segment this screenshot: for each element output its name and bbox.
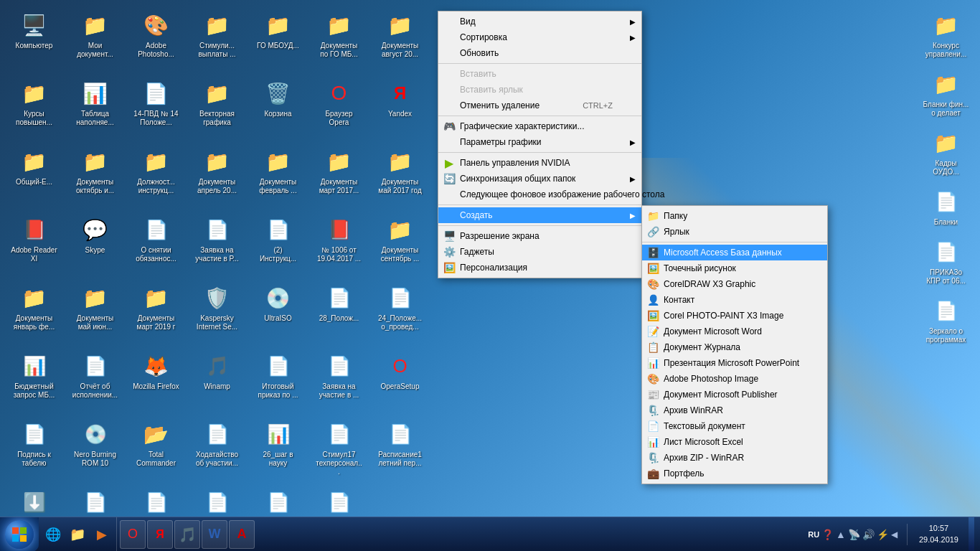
menu-item-vstavit-yarlyk[interactable]: Вставить ярлык [438, 82, 641, 98]
icon-itog-prik[interactable]: 📄 Итоговый приказ по ... [251, 348, 305, 413]
submenu-yarlyk[interactable]: 🔗 Ярлык [642, 224, 827, 240]
submenu-zip[interactable]: 🗜️ Архив ZIP - WinRAR [642, 450, 827, 466]
icon-obschiy[interactable]: 📁 Общий-Е... [7, 143, 61, 208]
icon-recycle[interactable]: 🗑️ Корзина [251, 75, 305, 140]
icon-firefox[interactable]: 🦊 Mozilla Firefox [129, 348, 183, 413]
menu-item-sinhr[interactable]: 🔄 Синхронизация общих папок ▶ [438, 171, 641, 187]
icon-kaspersky[interactable]: 🛡️ Kaspersky Internet Se... [190, 280, 244, 344]
menu-item-sozdat[interactable]: Создать ▶ 📁 Папку 🔗 Ярлык 🗄️ Microsoft A… [438, 207, 641, 223]
icon-zayvka-word[interactable]: 📄 Заявка на участие в ... [312, 348, 366, 413]
icon-ultraiso[interactable]: 💿 UltraISO [251, 280, 305, 344]
icon-acrobat[interactable]: 📕 Adobe Reader XI [7, 212, 61, 276]
icon-courses[interactable]: 📁 Курсы повышен... [7, 75, 61, 140]
icon-docs-feb[interactable]: 📁 Документы февраль ... [251, 143, 305, 208]
icon-instrukc[interactable]: 📄 (2) Инструкц... [251, 212, 305, 276]
menu-item-obnovit[interactable]: Обновить [438, 45, 641, 61]
icon-winamp[interactable]: 🎵 Winamp [190, 348, 244, 413]
icon-otchet[interactable]: 📄 Отчёт об исполнении... [68, 348, 122, 413]
explorer-quicklaunch[interactable]: 📁 [66, 523, 89, 546]
icon-stimuli[interactable]: 📁 Стимули... выплаты ... [190, 7, 244, 72]
menu-item-razreshenie[interactable]: 🖥️ Разрешение экрана [438, 228, 641, 244]
icon-skype[interactable]: 💬 Skype [68, 212, 122, 276]
icon-total-commander[interactable]: 📂 Total Commander [129, 416, 183, 481]
icon-vector[interactable]: 📁 Векторная графика [190, 75, 244, 140]
submenu-access[interactable]: 🗄️ Microsoft Access База данных [642, 245, 827, 260]
power-icon[interactable]: ⚡ [877, 529, 889, 540]
icon-docs-mar17[interactable]: 📁 Документы март 2017... [312, 143, 366, 208]
menu-item-nvidia[interactable]: ▶ Панель управления NVIDIA [438, 155, 641, 171]
media-quicklaunch[interactable]: ▶ [90, 523, 113, 546]
icon-konkurs[interactable]: 📁 Конкурс управлени... [919, 7, 973, 62]
start-button[interactable] [0, 517, 39, 552]
taskbar-opera[interactable]: O [120, 520, 146, 549]
icon-budget[interactable]: 📊 Бюджетный запрос МБ... [7, 348, 61, 413]
icon-opera[interactable]: O Браузер Opera [312, 75, 366, 140]
icon-stimul17[interactable]: 📄 Стимул17 техперсонал... [312, 416, 366, 481]
menu-item-sortirovka[interactable]: Сортировка ▶ [438, 29, 641, 45]
icon-docs-sep[interactable]: 📁 Документы сентябрь ... [373, 212, 427, 276]
icon-docs-aug[interactable]: 📁 Документы август 20... [373, 7, 427, 72]
icon-duties[interactable]: 📁 Должност... инструкц... [129, 143, 183, 208]
icon-docs-oct[interactable]: 📁 Документы октябрь и... [68, 143, 122, 208]
icon-material[interactable]: 📄 Материал... помощь р... [251, 484, 305, 517]
volume-icon[interactable]: 🔊 [862, 529, 875, 540]
submenu-powerpoint[interactable]: 📊 Презентация Microsoft PowerPoint [642, 355, 827, 371]
lang-indicator[interactable]: RU [808, 530, 819, 539]
submenu-winrar[interactable]: 🗜️ Архив WinRAR [642, 402, 827, 418]
icon-blanki[interactable]: 📄 Бланки [919, 184, 973, 230]
icon-my-docs[interactable]: 📁 Мои документ... [68, 7, 122, 72]
taskbar-yandex[interactable]: Я [147, 520, 173, 549]
submenu-kontakt[interactable]: 👤 Контакт [642, 292, 827, 308]
icon-zerkalo[interactable]: 📄 Зеркало о программах [919, 293, 973, 348]
submenu-papku[interactable]: 📁 Папку [642, 208, 827, 224]
icon-go-mboud[interactable]: 📁 ГО МБОУД... [251, 7, 305, 72]
icon-yandex[interactable]: Я Yandex [373, 75, 427, 140]
icon-docs-apr[interactable]: 📁 Документы апрель 20... [190, 143, 244, 208]
menu-item-personalizatsia[interactable]: 🖼️ Персонализация [438, 260, 641, 276]
submenu-portfel[interactable]: 💼 Портфель [642, 466, 827, 481]
icon-order1006[interactable]: 📕 № 1006 от 19.04.2017 ... [312, 212, 366, 276]
icon-obligations[interactable]: 📄 О снятии обязаннос... [129, 212, 183, 276]
icon-26shag[interactable]: 📊 26_шаг в науку [251, 416, 305, 481]
icon-34polozh[interactable]: 📄 34_положе... [190, 484, 244, 517]
menu-item-graficheskie[interactable]: 🎮 Графические характеристики... [438, 118, 641, 134]
icon-docs-may17[interactable]: 📁 Документы май 2017 год [373, 143, 427, 208]
menu-item-otmenit[interactable]: Отменить удаление CTRL+Z [438, 98, 641, 113]
menu-item-parametry[interactable]: Параметры графики ▶ [438, 134, 641, 150]
taskbar-word[interactable]: W [202, 520, 227, 549]
ie-quicklaunch[interactable]: 🌐 [42, 523, 65, 546]
icon-operasetup[interactable]: O OperaSetup [373, 348, 427, 413]
submenu-text[interactable]: 📄 Текстовый документ [642, 418, 827, 434]
icon-pismo-sv[interactable]: 📄 Письмо СВ Загребель... [68, 484, 122, 517]
icon-nero[interactable]: 💿 Nero Burning ROM 10 [68, 416, 122, 481]
icon-table[interactable]: 📊 Таблица наполняе... [68, 75, 122, 140]
icon-28polozh[interactable]: 📄 28_Полож... [312, 280, 366, 344]
help-icon[interactable]: ❓ [821, 529, 834, 540]
icon-zayvka3[interactable]: 📄 Заявка на участие в Р... [312, 484, 366, 517]
icon-24polozh[interactable]: 📄 24_Положе... о_провед... [373, 280, 427, 344]
icon-blanki-fin[interactable]: 📁 Бланки фин... о делает [919, 66, 973, 121]
icon-prikaz-kpr[interactable]: 📄 ПРИКАЗо КПР от 06... [919, 234, 973, 289]
submenu-tochechny[interactable]: 🖼️ Точечный рисунок [642, 260, 827, 276]
menu-item-gadzhety[interactable]: ⚙️ Гаджеты [438, 244, 641, 260]
expand-tray-icon[interactable]: ▲ [836, 529, 846, 540]
icon-zayvka-r[interactable]: 📄 Заявка на участие в Р... [190, 212, 244, 276]
icon-photoshop[interactable]: 🎨 Adobe Photosho... [129, 7, 183, 72]
icon-raspisanie[interactable]: 📄 Расписание1 летний пер... [373, 416, 427, 481]
icon-zayvka2[interactable]: 📄 Заявка на оборудов... [129, 484, 183, 517]
submenu-excel[interactable]: 📊 Лист Microsoft Excel [642, 434, 827, 450]
menu-item-sleduyuschee[interactable]: Следующее фоновое изображение рабочего с… [438, 187, 641, 202]
icon-utorrent[interactable]: ⬇️ μTorrent [7, 484, 61, 517]
icon-kadry[interactable]: 📁 Кадры ОУДО... [919, 125, 973, 180]
icon-docs-go[interactable]: 📁 Документы по ГО МБ... [312, 7, 366, 72]
icon-14pvd[interactable]: 📄 14-ПВД № 14 Положе... [129, 75, 183, 140]
network-icon[interactable]: 📡 [848, 529, 860, 540]
taskbar-winamp[interactable]: 🎵 [174, 520, 200, 549]
menu-item-vid[interactable]: Вид ▶ [438, 14, 641, 29]
submenu-photoshop-img[interactable]: 🎨 Adobe Photoshop Image [642, 371, 827, 387]
icon-docs-mar19[interactable]: 📁 Документы март 2019 г [129, 280, 183, 344]
submenu-coreldraw[interactable]: 🎨 CorelDRAW X3 Graphic [642, 276, 827, 292]
icon-podpis[interactable]: 📄 Подпись к табелю [7, 416, 61, 481]
icon-hodataystvo[interactable]: 📄 Ходатайство об участии... [190, 416, 244, 481]
system-clock[interactable]: 10:57 29.04.2019 [913, 517, 964, 552]
